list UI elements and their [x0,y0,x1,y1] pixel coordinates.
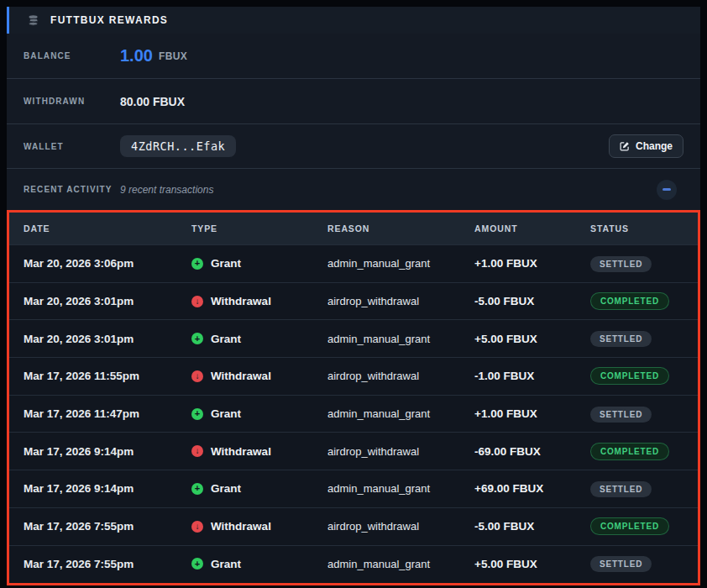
cell-date: Mar 17, 2026 9:14pm [24,445,191,458]
cell-reason: airdrop_withdrawal [327,295,474,307]
page-title: FUTTBUX REWARDS [50,14,168,26]
cell-amount: +69.00 FBUX [474,482,590,495]
status-badge: COMPLETED [590,517,669,535]
balance-row: BALANCE 1.00 FBUX [7,34,700,78]
minus-icon [662,188,671,191]
cell-reason: admin_manual_grant [327,558,474,570]
wallet-label: WALLET [24,142,120,151]
grant-icon: + [191,333,203,344]
edit-icon [620,141,630,151]
cell-type-label: Grant [211,333,241,345]
coins-icon [28,14,40,27]
table-row: Mar 20, 2026 3:06pm + Grant admin_manual… [9,244,698,282]
cell-amount: -1.00 FBUX [474,370,590,382]
table-body: Mar 20, 2026 3:06pm + Grant admin_manual… [9,244,698,582]
cell-date: Mar 20, 2026 3:01pm [24,295,191,307]
wallet-address: 4ZdRCH...Efak [120,135,236,157]
recent-activity-row: RECENT ACTIVITY 9 recent transactions [7,168,700,210]
column-header-amount: AMOUNT [474,223,590,234]
status-badge: SETTLED [590,481,652,497]
cell-date: Mar 20, 2026 3:01pm [24,333,191,345]
cell-type-label: Withdrawal [211,370,271,382]
cell-date: Mar 20, 2026 3:06pm [24,257,191,270]
withdrawn-value: 80.00 FBUX [120,95,185,108]
table-row: Mar 20, 2026 3:01pm + Grant admin_manual… [9,319,698,357]
cell-reason: admin_manual_grant [327,257,474,270]
withdrawn-row: WITHDRAWN 80.00 FBUX [7,78,700,123]
futtbux-rewards-panel: FUTTBUX REWARDS BALANCE 1.00 FBUX WITHDR… [0,0,707,588]
cell-reason: airdrop_withdrawal [327,370,474,382]
cell-type: + Grant [191,333,327,345]
cell-amount: +1.00 FBUX [474,407,590,420]
cell-type-label: Withdrawal [211,295,271,307]
cell-amount: +5.00 FBUX [474,558,590,570]
grant-icon: + [191,408,203,420]
cell-amount: -5.00 FBUX [474,520,590,533]
column-header-status: STATUS [590,223,698,234]
cell-type: + Grant [191,257,327,270]
cell-amount: -5.00 FBUX [474,295,590,307]
cell-type: ↓ Withdrawal [191,445,327,458]
table-row: Mar 20, 2026 3:01pm ↓ Withdrawal airdrop… [9,282,698,320]
withdrawal-icon: ↓ [191,445,203,457]
collapse-activity-button[interactable] [657,180,677,200]
table-row: Mar 17, 2026 9:14pm ↓ Withdrawal airdrop… [9,432,698,470]
status-badge: SETTLED [590,556,652,572]
table-row: Mar 17, 2026 9:14pm + Grant admin_manual… [9,470,698,507]
cell-type: ↓ Withdrawal [191,520,327,533]
table-row: Mar 17, 2026 11:47pm + Grant admin_manua… [9,395,698,433]
cell-type-label: Withdrawal [211,520,271,533]
table-header: DATE TYPE REASON AMOUNT STATUS [9,213,698,244]
balance-label: BALANCE [24,51,120,60]
table-row: Mar 17, 2026 7:55pm ↓ Withdrawal airdrop… [9,507,698,545]
cell-type-label: Grant [211,558,241,570]
cell-type-label: Grant [211,482,241,495]
cell-amount: +5.00 FBUX [474,333,590,345]
cell-date: Mar 17, 2026 7:55pm [24,520,191,533]
cell-amount: -69.00 FBUX [474,445,590,458]
withdrawal-icon: ↓ [191,296,203,307]
cell-amount: +1.00 FBUX [474,257,590,270]
cell-type: + Grant [191,407,327,420]
status-badge: SETTLED [590,331,652,347]
change-wallet-button[interactable]: Change [609,134,683,158]
grant-icon: + [191,558,203,570]
grant-icon: + [191,483,203,495]
column-header-date: DATE [24,223,191,234]
cell-date: Mar 17, 2026 9:14pm [24,482,191,495]
cell-reason: admin_manual_grant [327,407,474,420]
cell-type: ↓ Withdrawal [191,370,327,382]
cell-reason: admin_manual_grant [327,482,474,495]
balance-value: 1.00 [120,46,153,66]
cell-date: Mar 17, 2026 11:47pm [24,407,191,420]
column-header-type: TYPE [191,223,327,234]
transactions-table: DATE TYPE REASON AMOUNT STATUS Mar 20, 2… [7,210,700,585]
withdrawn-label: WITHDRAWN [24,97,120,106]
withdrawal-icon: ↓ [191,521,203,533]
cell-type-label: Withdrawal [211,445,271,458]
cell-type: + Grant [191,482,327,495]
recent-activity-summary: 9 recent transactions [120,184,213,196]
wallet-row: WALLET 4ZdRCH...Efak Change [7,123,700,168]
cell-type-label: Grant [211,407,241,420]
cell-type: ↓ Withdrawal [191,295,327,307]
table-row: Mar 17, 2026 7:55pm + Grant admin_manual… [9,545,698,583]
table-row: Mar 17, 2026 11:55pm ↓ Withdrawal airdro… [9,357,698,395]
balance-unit: FBUX [159,50,187,62]
cell-date: Mar 17, 2026 11:55pm [24,370,191,382]
grant-icon: + [191,258,203,270]
cell-type-label: Grant [211,257,241,270]
withdrawal-icon: ↓ [191,370,203,382]
status-badge: SETTLED [590,256,652,272]
recent-activity-label: RECENT ACTIVITY [24,185,120,194]
change-button-label: Change [636,140,673,152]
cell-type: + Grant [191,558,327,570]
cell-reason: admin_manual_grant [327,333,474,345]
status-badge: COMPLETED [590,292,669,310]
column-header-reason: REASON [327,223,474,234]
status-badge: COMPLETED [590,443,669,460]
cell-reason: airdrop_withdrawal [327,445,474,458]
cell-date: Mar 17, 2026 7:55pm [24,558,191,570]
status-badge: COMPLETED [590,367,669,385]
cell-reason: airdrop_withdrawal [327,520,474,533]
